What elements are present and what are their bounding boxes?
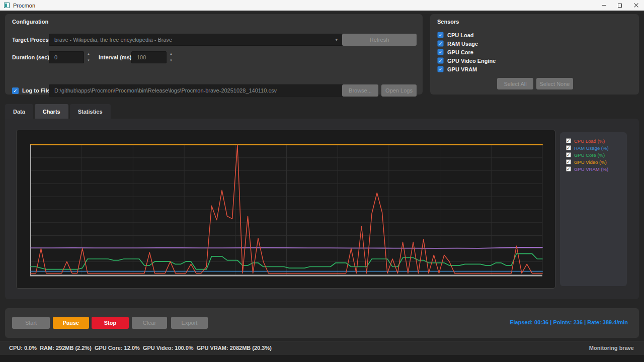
usage-line-chart — [17, 130, 555, 288]
close-button[interactable] — [628, 0, 644, 11]
tab-bar: Data Charts Statistics — [5, 104, 112, 119]
sensor-checkbox[interactable]: ✓ — [438, 58, 444, 64]
legend-checkbox[interactable]: ✓ — [566, 138, 571, 143]
sensor-checkbox-row[interactable]: ✓RAM Usage — [437, 39, 496, 48]
sensor-label: GPU VRAM — [447, 66, 477, 72]
target-process-select[interactable]: brave - Wikipedia, the free encyclopedia… — [49, 34, 343, 46]
maximize-button[interactable] — [612, 0, 628, 11]
legend-checkbox[interactable]: ✓ — [566, 152, 571, 157]
legend-label: RAM Usage (%) — [574, 145, 609, 151]
tab-data[interactable]: Data — [5, 104, 33, 119]
sensors-panel: Sensors ✓CPU Load✓RAM Usage✓GPU Core✓GPU… — [430, 14, 639, 95]
app-window: Procmon Configuration Target Process: br… — [0, 0, 644, 362]
sensor-checkbox[interactable]: ✓ — [438, 66, 444, 72]
tab-statistics[interactable]: Statistics — [70, 104, 111, 119]
sensors-title: Sensors — [437, 19, 459, 25]
interval-field[interactable]: 100 — [131, 51, 167, 63]
legend-checkbox[interactable]: ✓ — [566, 145, 571, 150]
legend-label: GPU Core (%) — [574, 152, 605, 158]
chevron-down-icon: ▾ — [335, 37, 338, 42]
spinner-up-icon[interactable]: ▲ — [87, 53, 90, 55]
legend-checkbox[interactable]: ✓ — [566, 159, 571, 164]
charts-tab-content: ✓CPU Load (%)✓RAM Usage (%)✓GPU Core (%)… — [5, 119, 639, 299]
pause-button[interactable]: Pause — [53, 317, 89, 329]
series-GPU VRAM (%) — [31, 247, 542, 248]
sensor-checkbox-row[interactable]: ✓CPU Load — [437, 31, 496, 39]
target-process-value: brave - Wikipedia, the free encyclopedia… — [54, 37, 172, 43]
app-icon — [4, 3, 10, 8]
sensor-label: RAM Usage — [447, 41, 478, 47]
legend-item[interactable]: ✓GPU Video (%) — [566, 158, 627, 165]
sensor-label: GPU Core — [447, 49, 473, 55]
status-bar: CPU: 0.0% RAM: 292MB (2.2%) GPU Core: 12… — [0, 341, 644, 355]
sensor-label: GPU Video Engine — [447, 58, 496, 64]
open-logs-button[interactable]: Open Logs — [381, 84, 417, 97]
minimize-icon — [602, 5, 606, 6]
sensor-checkbox-row[interactable]: ✓GPU VRAM — [437, 65, 496, 73]
sensor-label: CPU Load — [447, 32, 474, 38]
sensor-checkbox[interactable]: ✓ — [438, 49, 444, 55]
refresh-button[interactable]: Refresh — [342, 34, 417, 46]
legend-item[interactable]: ✓CPU Load (%) — [566, 137, 627, 144]
sensor-readings-text: CPU: 0.0% RAM: 292MB (2.2%) GPU Core: 12… — [9, 341, 272, 355]
select-none-button[interactable]: Select None — [536, 78, 573, 89]
duration-stepper[interactable]: ▲ ▼ — [86, 51, 92, 63]
configuration-title: Configuration — [12, 19, 48, 25]
legend-label: CPU Load (%) — [574, 138, 605, 144]
close-icon — [634, 3, 638, 8]
titlebar: Procmon — [0, 0, 644, 11]
legend-label: GPU Video (%) — [574, 159, 607, 165]
minimize-button[interactable] — [596, 0, 612, 11]
interval-label: Interval (ms): — [99, 54, 133, 60]
clear-button[interactable]: Clear — [132, 317, 167, 329]
legend-item[interactable]: ✓GPU Core (%) — [566, 151, 627, 158]
duration-label: Duration (sec): — [12, 54, 51, 60]
sensor-checkbox[interactable]: ✓ — [438, 41, 444, 47]
log-to-file-label: Log to File — [22, 87, 50, 94]
target-process-label: Target Process: — [12, 37, 53, 43]
interval-stepper[interactable]: ▲ ▼ — [168, 51, 174, 63]
spinner-down-icon[interactable]: ▼ — [87, 59, 90, 62]
sensors-list: ✓CPU Load✓RAM Usage✓GPU Core✓GPU Video E… — [437, 31, 496, 73]
tab-charts[interactable]: Charts — [35, 104, 68, 119]
start-button[interactable]: Start — [12, 317, 50, 329]
chart-canvas — [16, 130, 555, 289]
maximize-icon — [618, 4, 622, 8]
export-button[interactable]: Export — [171, 317, 208, 329]
sensor-checkbox[interactable]: ✓ — [438, 32, 444, 38]
chart-legend: ✓CPU Load (%)✓RAM Usage (%)✓GPU Core (%)… — [560, 132, 627, 286]
spinner-down-icon[interactable]: ▼ — [170, 59, 173, 62]
sensor-checkbox-row[interactable]: ✓GPU Core — [437, 48, 496, 56]
window-bottom-edge — [0, 355, 644, 362]
duration-field[interactable]: 0 — [49, 51, 84, 63]
stop-button[interactable]: Stop — [92, 317, 129, 329]
monitoring-target-text: Monitoring brave — [589, 341, 634, 355]
run-stats-text: Elapsed: 00:36 | Points: 236 | Rate: 389… — [510, 319, 628, 325]
legend-item[interactable]: ✓GPU VRAM (%) — [566, 165, 627, 172]
select-all-button[interactable]: Select All — [497, 78, 533, 89]
control-bar: Start Pause Stop Clear Export Elapsed: 0… — [5, 308, 639, 338]
legend-label: GPU VRAM (%) — [574, 166, 608, 172]
window-controls — [596, 0, 644, 11]
browse-button[interactable]: Browse... — [342, 84, 378, 97]
legend-checkbox[interactable]: ✓ — [566, 166, 571, 171]
sensor-checkbox-row[interactable]: ✓GPU Video Engine — [437, 56, 496, 65]
log-to-file-checkbox[interactable]: ✓ — [12, 87, 19, 94]
window-title: Procmon — [13, 3, 35, 9]
spinner-up-icon[interactable]: ▲ — [170, 53, 173, 55]
legend-item[interactable]: ✓RAM Usage (%) — [566, 144, 627, 151]
configuration-panel: Configuration Target Process: brave - Wi… — [5, 14, 423, 95]
log-file-path-field[interactable]: D:\github\apps\Procmon\Procmon\bin\Relea… — [49, 84, 343, 97]
